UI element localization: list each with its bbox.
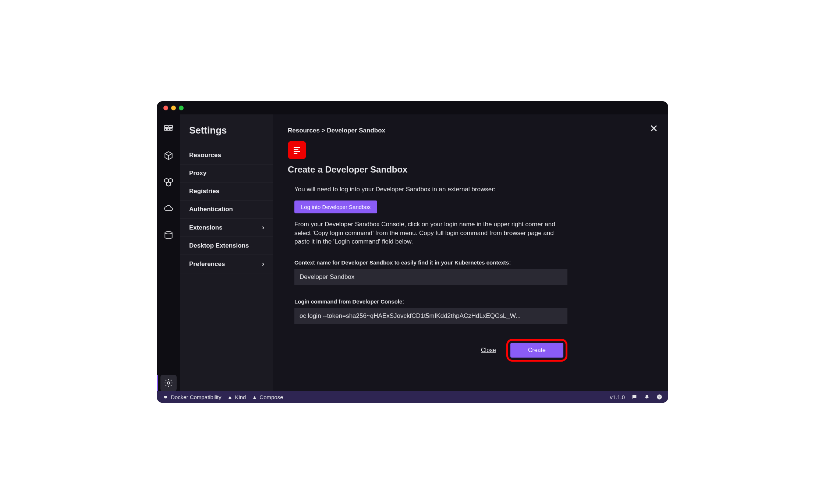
sidebar-item-label: Resources [189,152,221,159]
close-icon[interactable]: ✕ [649,123,658,135]
cloud-icon[interactable] [160,200,177,217]
window-maximize-button[interactable] [179,106,184,110]
status-label: Compose [259,394,283,400]
version-label: v1.1.0 [610,394,625,400]
sidebar-title: Settings [180,125,273,146]
sidebar-item-authentication[interactable]: Authentication [180,200,273,219]
sidebar-item-label: Proxy [189,170,206,177]
sidebar-item-extensions[interactable]: Extensions › [180,219,273,237]
sidebar-item-resources[interactable]: Resources [180,146,273,164]
login-command-label: Login command from Developer Console: [294,298,567,305]
svg-rect-7 [294,147,300,148]
create-button[interactable]: Create [510,343,563,358]
warning-icon: ▲ [227,394,233,400]
status-label: Docker Compatibility [171,394,222,400]
svg-point-6 [167,382,170,384]
icon-rail [157,114,180,391]
window-titlebar [157,101,668,114]
instructions-text: From your Developer Sandbox Console, cli… [294,220,567,246]
sidebar-item-label: Desktop Extensions [189,242,249,249]
pods-icon[interactable] [160,174,177,190]
chevron-right-icon: › [262,224,264,231]
settings-icon[interactable] [160,375,177,391]
status-docker-compat[interactable]: Docker Compatibility [163,394,222,400]
plug-icon [163,394,169,400]
intro-text: You will need to log into your Developer… [294,185,567,194]
status-bar: Docker Compatibility ▲ Kind ▲ Compose v1… [157,391,668,403]
help-icon[interactable]: ? [656,394,662,400]
login-command-input[interactable] [294,308,567,324]
chat-icon[interactable] [631,394,637,400]
svg-rect-4 [170,128,172,130]
developer-sandbox-icon [288,141,306,159]
context-name-input[interactable] [294,269,567,285]
status-kind[interactable]: ▲ Kind [227,394,246,400]
sidebar-item-label: Extensions [189,224,223,231]
dashboard-icon[interactable] [160,121,177,137]
sidebar-item-label: Preferences [189,260,225,268]
page-title: Create a Developer Sandbox [288,164,646,175]
create-button-highlight: Create [506,339,567,362]
svg-rect-10 [294,153,297,154]
breadcrumb: Resources > Developer Sandbox [288,127,646,134]
containers-icon[interactable] [160,148,177,164]
svg-point-5 [165,231,172,234]
window-minimize-button[interactable] [171,106,176,110]
settings-sidebar: Settings Resources Proxy Registries Auth… [180,114,273,391]
status-compose[interactable]: ▲ Compose [252,394,283,400]
svg-rect-8 [294,149,298,150]
context-name-label: Context name for Developer Sandbox to ea… [294,259,567,266]
sidebar-item-proxy[interactable]: Proxy [180,164,273,182]
svg-rect-1 [169,125,173,127]
sidebar-item-desktop-extensions[interactable]: Desktop Extensions [180,237,273,255]
login-sandbox-button[interactable]: Log into Developer Sandbox [294,200,377,213]
sidebar-item-label: Authentication [189,206,233,213]
sidebar-item-registries[interactable]: Registries [180,182,273,200]
svg-rect-3 [167,128,169,130]
svg-rect-2 [164,128,166,130]
svg-rect-0 [164,125,168,127]
bell-icon[interactable] [644,394,650,400]
close-button[interactable]: Close [481,347,496,354]
svg-rect-9 [294,151,300,152]
main-content: ✕ Resources > Developer Sandbox Create a… [273,114,668,391]
sidebar-item-label: Registries [189,188,219,195]
svg-text:?: ? [658,395,661,399]
sidebar-item-preferences[interactable]: Preferences › [180,255,273,273]
chevron-right-icon: › [262,260,264,268]
volumes-icon[interactable] [160,227,177,243]
status-label: Kind [235,394,246,400]
warning-icon: ▲ [252,394,257,400]
window-close-button[interactable] [163,106,168,110]
